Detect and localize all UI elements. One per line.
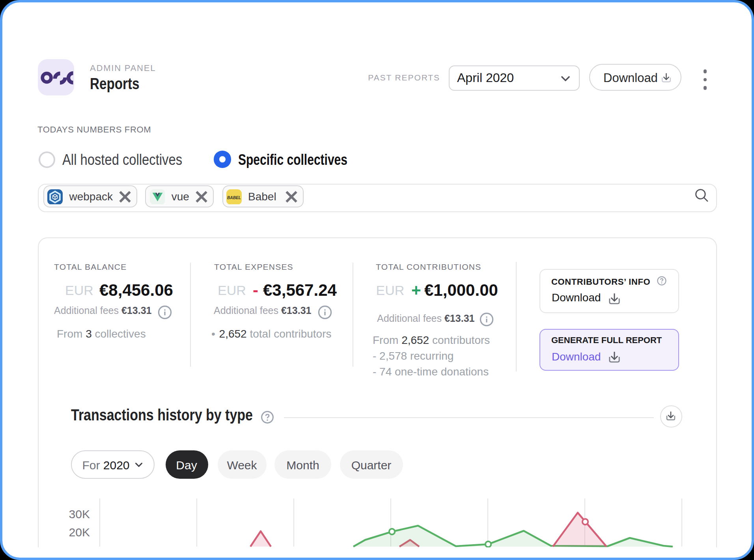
svg-text:BABEL: BABEL (227, 195, 241, 200)
